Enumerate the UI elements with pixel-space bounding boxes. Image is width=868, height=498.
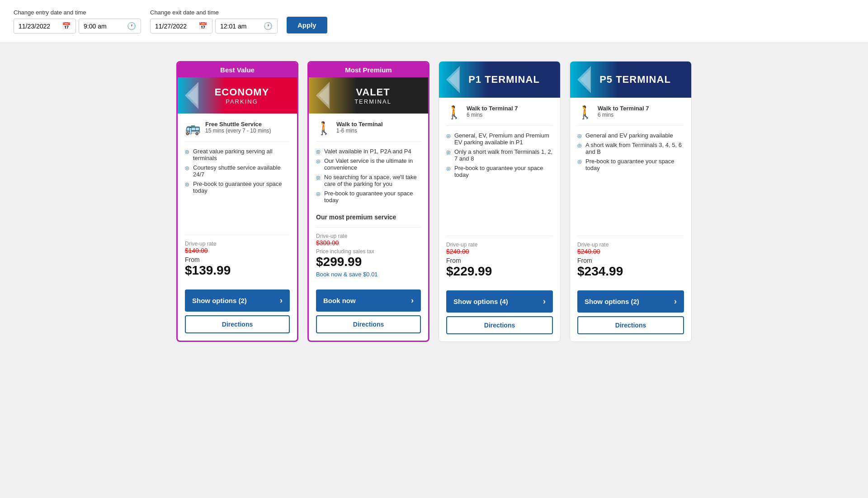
feature-item: A short walk from Terminals 3, 4, 5, 6 a… bbox=[577, 142, 684, 155]
pricing-section-economy: Drive-up rate $140.00 From $139.99 bbox=[185, 235, 290, 278]
entry-date-label: Change entry date and time bbox=[14, 9, 141, 16]
header-sub-valet: TERMINAL bbox=[354, 98, 392, 105]
from-label-economy: From bbox=[185, 256, 290, 263]
directions-button-p5[interactable]: Directions bbox=[577, 316, 684, 334]
price-p1: $229.99 bbox=[446, 264, 553, 279]
transport-title-p5: Walk to Terminal 7 bbox=[598, 105, 649, 112]
exit-time-input[interactable] bbox=[220, 23, 261, 30]
transport-text-economy: Free Shuttle Service 15 mins (every 7 - … bbox=[205, 121, 271, 134]
price-tax-label-valet: Price including sales tax bbox=[316, 248, 421, 255]
cards-container: Best Value ECONOMY PARKING 🚌 Free Shuttl… bbox=[0, 43, 868, 360]
directions-button-economy[interactable]: Directions bbox=[185, 315, 290, 333]
entry-date-input[interactable] bbox=[19, 23, 59, 30]
transport-icon-valet: 🚶 bbox=[316, 121, 332, 136]
drive-up-price-economy: $140.00 bbox=[185, 247, 290, 254]
clock-icon-2: 🕐 bbox=[264, 22, 273, 30]
header-title-valet: VALET TERMINAL bbox=[354, 86, 392, 105]
feature-item: Only a short walk from Terminals 1, 2, 7… bbox=[446, 148, 553, 162]
show-options-label-economy: Show options (2) bbox=[192, 297, 247, 304]
drive-up-label-p5: Drive-up rate bbox=[577, 242, 684, 248]
card-body-valet: 🚶 Walk to Terminal 1-6 mins Valet availa… bbox=[309, 114, 428, 285]
show-options-button-valet[interactable]: Book now › bbox=[316, 289, 421, 312]
drive-up-label-p1: Drive-up rate bbox=[446, 242, 553, 248]
price-valet: $299.99 bbox=[316, 255, 421, 269]
transport-title-economy: Free Shuttle Service bbox=[205, 121, 271, 128]
header-main-p5: P5 TERMINAL bbox=[599, 74, 671, 85]
card-actions-economy: Show options (2) › Directions bbox=[178, 285, 297, 341]
header-title-economy: ECONOMY PARKING bbox=[215, 86, 269, 105]
transport-text-p5: Walk to Terminal 7 6 mins bbox=[598, 105, 649, 118]
chevron-icon-economy bbox=[185, 82, 198, 109]
exit-date-input[interactable] bbox=[155, 23, 196, 30]
card-valet: Most Premium VALET TERMINAL 🚶 Walk to Te… bbox=[307, 61, 429, 342]
header-title-p1: P1 TERMINAL bbox=[468, 74, 540, 85]
show-options-button-p1[interactable]: Show options (4) › bbox=[446, 290, 553, 313]
pricing-section-p5: Drive-up rate $240.00 From $234.99 bbox=[577, 236, 684, 279]
pricing-section-p1: Drive-up rate $240.00 From $229.99 bbox=[446, 236, 553, 279]
show-options-button-economy[interactable]: Show options (2) › bbox=[185, 289, 290, 312]
transport-subtitle-p5: 6 mins bbox=[598, 112, 649, 118]
header-main-p1: P1 TERMINAL bbox=[468, 74, 540, 85]
entry-time-input-wrap: 🕐 bbox=[79, 19, 141, 33]
transport-title-valet: Walk to Terminal bbox=[336, 121, 383, 128]
exit-time-input-wrap: 🕐 bbox=[215, 19, 278, 33]
entry-date-group: Change entry date and time 📅 🕐 bbox=[14, 9, 141, 33]
drive-up-price-p5: $240.00 bbox=[577, 248, 684, 255]
card-header-economy: ECONOMY PARKING bbox=[178, 77, 297, 114]
card-actions-p1: Show options (4) › Directions bbox=[439, 286, 560, 341]
exit-date-input-wrap: 📅 bbox=[150, 19, 212, 33]
chevron-icon-p1 bbox=[446, 66, 460, 93]
apply-button[interactable]: Apply bbox=[287, 17, 327, 33]
transport-text-valet: Walk to Terminal 1-6 mins bbox=[336, 121, 383, 134]
card-p1: P1 TERMINAL 🚶 Walk to Terminal 7 6 mins … bbox=[439, 61, 561, 342]
feature-item: Pre-book to guarantee your space today bbox=[185, 180, 290, 194]
exit-date-group: Change exit date and time 📅 🕐 bbox=[150, 9, 278, 33]
transport-text-p1: Walk to Terminal 7 6 mins bbox=[467, 105, 518, 118]
show-options-label-valet: Book now bbox=[323, 297, 356, 304]
feature-item: Valet available in P1, P2A and P4 bbox=[316, 148, 421, 155]
card-actions-p5: Show options (2) › Directions bbox=[570, 286, 691, 341]
card-body-economy: 🚌 Free Shuttle Service 15 mins (every 7 … bbox=[178, 114, 297, 285]
features-list-valet: Valet available in P1, P2A and P4Our Val… bbox=[316, 148, 421, 204]
from-label-p1: From bbox=[446, 257, 553, 264]
transport-subtitle-economy: 15 mins (every 7 - 10 mins) bbox=[205, 128, 271, 134]
save-label-valet: Book now & save $0.01 bbox=[316, 271, 421, 278]
show-options-label-p1: Show options (4) bbox=[453, 298, 508, 305]
arrow-icon-valet: › bbox=[411, 296, 414, 305]
exit-date-label: Change exit date and time bbox=[150, 9, 278, 16]
card-actions-valet: Book now › Directions bbox=[309, 285, 428, 341]
feature-item: General and EV parking available bbox=[577, 132, 684, 139]
drive-up-price-valet: $300.00 bbox=[316, 239, 421, 247]
drive-up-label-economy: Drive-up rate bbox=[185, 241, 290, 247]
transport-icon-p5: 🚶 bbox=[577, 105, 593, 120]
feature-item: General, EV, Premium and Premium EV park… bbox=[446, 132, 553, 146]
header-sub-economy: PARKING bbox=[215, 98, 269, 105]
top-bar: Change entry date and time 📅 🕐 Change ex… bbox=[0, 0, 868, 43]
transport-info-p5: 🚶 Walk to Terminal 7 6 mins bbox=[577, 105, 684, 126]
card-p5: P5 TERMINAL 🚶 Walk to Terminal 7 6 mins … bbox=[570, 61, 692, 342]
transport-info-economy: 🚌 Free Shuttle Service 15 mins (every 7 … bbox=[185, 121, 290, 142]
feature-item: Great value parking serving all terminal… bbox=[185, 148, 290, 161]
card-header-p1: P1 TERMINAL bbox=[439, 62, 560, 98]
show-options-button-p5[interactable]: Show options (2) › bbox=[577, 290, 684, 313]
header-main-valet: VALET bbox=[354, 86, 392, 98]
arrow-icon-p1: › bbox=[543, 297, 546, 306]
transport-info-valet: 🚶 Walk to Terminal 1-6 mins bbox=[316, 121, 421, 142]
chevron-icon-p5 bbox=[577, 66, 591, 93]
card-body-p1: 🚶 Walk to Terminal 7 6 mins General, EV,… bbox=[439, 98, 560, 286]
price-economy: $139.99 bbox=[185, 263, 290, 278]
clock-icon: 🕐 bbox=[127, 22, 136, 30]
directions-button-p1[interactable]: Directions bbox=[446, 316, 553, 334]
chevron-icon-valet bbox=[316, 82, 330, 109]
transport-icon-p1: 🚶 bbox=[446, 105, 462, 120]
features-list-economy: Great value parking serving all terminal… bbox=[185, 148, 290, 228]
directions-button-valet[interactable]: Directions bbox=[316, 315, 421, 333]
entry-time-input[interactable] bbox=[84, 23, 124, 30]
calendar-icon: 📅 bbox=[62, 22, 71, 30]
card-economy: Best Value ECONOMY PARKING 🚌 Free Shuttl… bbox=[176, 61, 298, 342]
premium-note-valet: Our most premium service bbox=[316, 213, 421, 221]
feature-item: Pre-book to guarantee your space today bbox=[316, 190, 421, 204]
transport-subtitle-p1: 6 mins bbox=[467, 112, 518, 118]
feature-item: Pre-book to guarantee your space today bbox=[446, 165, 553, 178]
card-body-p5: 🚶 Walk to Terminal 7 6 mins General and … bbox=[570, 98, 691, 286]
